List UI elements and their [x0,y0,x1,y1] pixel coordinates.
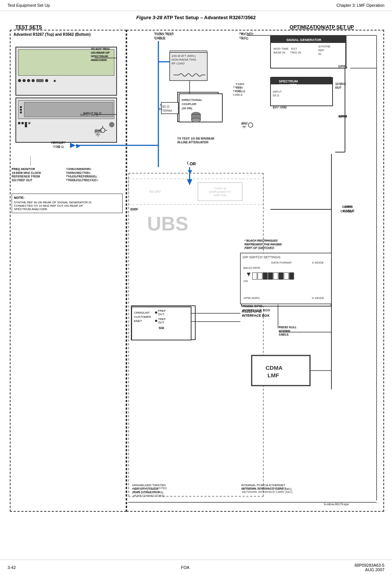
svg-text:100-W ATT (MIN.): 100-W ATT (MIN.) [172,54,196,58]
svg-point-60 [248,123,253,127]
svg-text:INTERNAL PCMCIA ETHERNET: INTERNAL PCMCIA ETHERNET [242,487,286,490]
svg-text:ON: ON [243,279,248,283]
svg-text:ANALYZER: ANALYZER [91,58,107,62]
svg-text:50 Ω: 50 Ω [239,36,247,40]
customer-label: CUSTOMER [134,315,151,319]
svg-marker-18 [70,143,76,148]
svg-text:CABLE: CABLE [279,333,289,337]
svg-rect-102 [252,273,257,279]
enet-label: ENET [134,319,151,323]
page-footer: 3-42 FOA 68P09283A63-5 AUG 2007 [0,560,392,575]
svg-text:UNSHIELDED TWISTED: UNSHIELDED TWISTED [133,487,167,490]
footer-center: FOA [181,565,190,570]
svg-rect-104 [263,273,267,279]
svg-text:19.6608 MHZ CLOCK: 19.6608 MHZ CLOCK [12,171,41,175]
svg-text:TEST: TEST [233,89,241,93]
page-header: Test Equipment Set Up Chapter 3: LMF Ope… [0,0,392,11]
header-right: Chapter 3: LMF Operation [336,3,384,8]
svg-text:RF OUT: RF OUT [53,141,66,145]
svg-text:IN-LINE  ATTENUATOR: IN-LINE ATTENUATOR [177,140,208,143]
svg-text:PAIR (UTP) CABLE: PAIR (UTP) CABLE [133,490,160,494]
svg-marker-36 [187,179,192,185]
svg-text:INPUT: INPUT [273,90,282,93]
header-left: Test Equipment Set Up [8,3,50,8]
svg-text:DIRECTIONAL: DIRECTIONAL [182,98,202,102]
svg-text:REFERENCE FROM: REFERENCE FROM [12,175,40,178]
svg-text:CABLE: CABLE [340,209,352,213]
svg-text:NETWORK INTERFACE CARD (NIC): NETWORK INTERFACE CARD (NIC) [242,490,293,494]
svg-text:SYNC MONITOR: SYNC MONITOR [68,168,91,171]
svg-text:FREQ MONITOR: FREQ MONITOR [12,168,35,171]
svg-text:DIP SWITCH SETTINGS: DIP SWITCH SETTINGS [243,255,280,259]
svg-text:ANALYZER: ANALYZER [279,83,297,87]
svg-rect-103 [258,273,262,279]
svg-text:SPECTRUM: SPECTRUM [91,55,108,58]
svg-text:"T": "T" [242,125,246,128]
svg-text:COUPLER: COUPLER [182,102,196,106]
svg-text:SSI FREF OUT: SSI FREF OUT [12,179,32,182]
svg-text:CDMA: CDMA [266,365,283,371]
svg-text:RS232-GPIB: RS232-GPIB [243,304,263,308]
footer-left: 3-42 [8,565,16,570]
figure-label: Figure 3-28 [136,15,162,20]
svg-text:50 Ω: 50 Ω [162,105,170,108]
footer-right-2: AUG 2007 [354,567,384,572]
svg-text:(RJ45 CONNECTORS): (RJ45 CONNECTORS) [133,494,164,497]
svg-text:SPECTRUM: SPECTRUM [279,79,298,83]
svg-text:GPIB: GPIB [338,64,347,68]
svg-text:CABLE: CABLE [154,36,165,40]
svg-text:BAUD RATE: BAUD RATE [243,266,260,270]
content-area: Figure 3-28 ATP Test Setup – Advantest R… [0,11,392,536]
or-label: OR [188,162,197,166]
svg-text:INPUT 50 Ω: INPUT 50 Ω [80,113,99,117]
svg-text:IN: IN [318,52,321,56]
svg-text:TX/RX: TX/RX [233,85,242,89]
svg-text:G MODE: G MODE [312,296,324,300]
svg-text:RF LOAD: RF LOAD [172,62,185,65]
svg-text:* BLACK RECTANGLES: * BLACK RECTANGLES [244,239,277,243]
svg-rect-107 [279,273,283,279]
ssi-label: SSI [132,326,191,330]
svg-text:TX/RX TEST: TX/RX TEST [154,32,173,35]
svg-point-50 [191,118,201,122]
svg-text:GPIB: GPIB [338,114,347,118]
svg-text:ON REAR OF: ON REAR OF [91,51,110,54]
svg-text:DATA FORMAT: DATA FORMAT [271,261,292,264]
svg-text:IDRF: IDRF [130,207,138,211]
svg-text:GPIB: GPIB [342,205,351,209]
svg-text:TX TEST: 1O DB MINIMUM: TX TEST: 1O DB MINIMUM [177,136,214,140]
svg-text:"T": "T" [95,132,100,136]
svg-text:50 Ω: 50 Ω [53,145,61,148]
svg-text:NON-RADIA TING: NON-RADIA TING [172,58,196,61]
svg-text:PART OF SWITCHES: PART OF SWITCHES [244,247,273,250]
svg-text:CABLE: CABLE [233,93,243,96]
svg-text:MOD TIME: MOD TIME [273,47,289,50]
svg-text:PULSE REFERENCE: PULSE REFERENCE [68,175,97,178]
svg-text:SYNTHE: SYNTHE [318,45,330,48]
crms-lmt-label: CRMS/LMT [134,311,151,314]
svg-text:EVEN SEC TICK: EVEN SEC TICK [68,171,91,175]
svg-text:EXT: EXT [291,47,297,50]
ssi-box: CRMS/LMT CUSTOMER ENET FREF OUT TREF OUT… [131,307,191,340]
svg-text:10 MHZ: 10 MHZ [335,82,346,85]
svg-rect-108 [284,273,289,279]
svg-text:REPRESENT THE RAISED: REPRESENT THE RAISED [244,243,281,246]
svg-text:RS232 NULL: RS232 NULL [279,326,297,329]
svg-text:REF: REF [318,49,324,52]
figure-title-text: ATP Test Setup – Advantest R3267/3562 [164,15,256,20]
svg-rect-109 [289,273,294,279]
footer-right-1: 68P09283A63-5 [354,563,384,567]
ubs-label: UBS [147,212,188,235]
svg-text:GPIB ADRS: GPIB ADRS [243,296,260,300]
svg-rect-106 [273,273,278,279]
svg-text:OUT: OUT [335,85,342,89]
svg-text:S MODE: S MODE [312,261,324,264]
svg-text:(30 DB): (30 DB) [182,107,192,110]
svg-text:EXT TRIG: EXT TRIG [273,106,287,110]
svg-rect-105 [268,273,273,279]
svg-text:BASE IN: BASE IN [273,51,286,54]
svg-text:TO EXT TRIG: TO EXT TRIG [91,47,110,50]
svg-text:ti-cdma-06173.eps: ti-cdma-06173.eps [324,503,349,506]
svg-text:LMF: LMF [267,372,279,378]
diagram-container: TEST SETS OPTIMIZATION/ATP SET UP Advant… [8,24,384,532]
